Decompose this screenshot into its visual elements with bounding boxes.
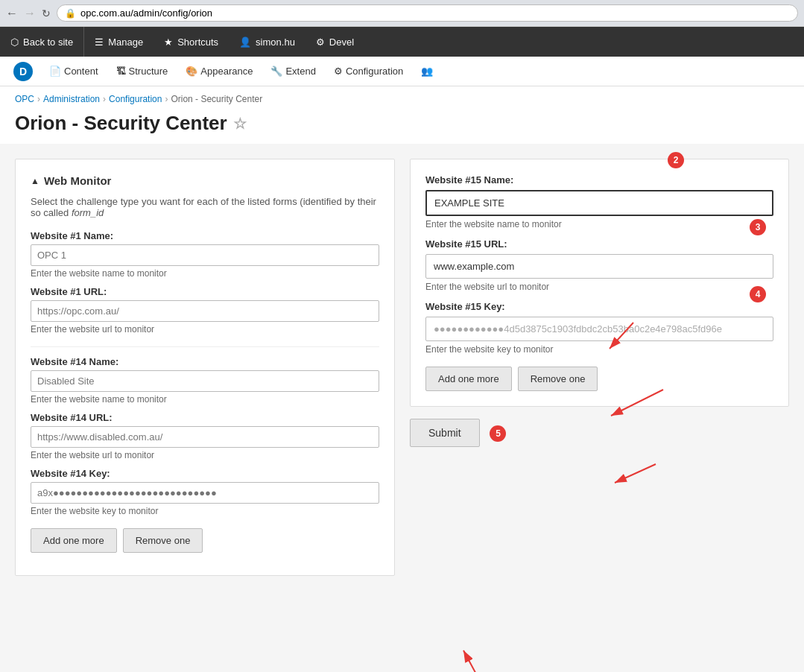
website1-name-input[interactable] xyxy=(31,244,379,266)
website14-name-label: Website #14 Name: xyxy=(31,356,379,367)
collapse-icon: ▲ xyxy=(31,176,39,186)
left-button-row: Add one more Remove one xyxy=(31,528,379,553)
shortcuts-link[interactable]: ★ Shortcuts xyxy=(153,27,229,57)
annotation-3: 3 xyxy=(750,219,766,235)
website1-name-label: Website #1 Name: xyxy=(31,230,379,241)
website1-name-group: Website #1 Name: Enter the website name … xyxy=(31,230,379,279)
breadcrumb-opc[interactable]: OPC xyxy=(15,94,34,104)
website15-card: 2 Website #15 Name: Enter the website na… xyxy=(410,159,789,407)
back-to-site-link[interactable]: ⬡ Back to site xyxy=(0,27,84,57)
nav-item-content[interactable]: 📄 Content xyxy=(40,57,107,86)
website15-name-label: Website #15 Name: xyxy=(425,174,773,186)
section-header[interactable]: ▲ Web Monitor xyxy=(31,174,379,187)
remove-one-button-right[interactable]: Remove one xyxy=(518,367,598,391)
submit-button[interactable]: Submit xyxy=(410,419,480,447)
website15-name-group: Website #15 Name: Enter the website name… xyxy=(425,174,773,229)
nav-item-structure[interactable]: 🏗 Structure xyxy=(107,57,177,86)
content-icon: 📄 xyxy=(49,66,61,77)
refresh-button[interactable]: ↻ xyxy=(42,7,51,19)
breadcrumb-sep3: › xyxy=(165,94,168,104)
website14-url-hint: Enter the website url to monitor xyxy=(31,450,379,460)
right-button-row: Add one more Remove one xyxy=(425,367,773,391)
favorite-star-icon[interactable]: ☆ xyxy=(233,115,247,133)
manage-link[interactable]: ☰ Manage xyxy=(84,27,153,57)
website15-key-label: Website #15 Key: xyxy=(425,301,773,312)
user-icon: 👤 xyxy=(239,37,251,48)
breadcrumb-config[interactable]: Configuration xyxy=(109,94,162,104)
forward-button[interactable]: → xyxy=(24,7,36,20)
website1-url-group: Website #1 URL: Enter the website url to… xyxy=(31,286,379,335)
configuration-icon: ⚙ xyxy=(334,66,343,77)
drupal-logo: D xyxy=(6,57,40,86)
back-to-site-label: Back to site xyxy=(23,37,73,48)
back-button[interactable]: ← xyxy=(6,7,18,20)
back-icon: ⬡ xyxy=(10,37,19,48)
shortcuts-icon: ★ xyxy=(164,37,173,48)
drupal-nav: D 📄 Content 🏗 Structure 🎨 Appearance 🔧 E… xyxy=(0,57,804,86)
svg-line-7 xyxy=(463,650,496,672)
website15-url-hint: Enter the website url to monitor xyxy=(425,282,773,292)
devel-icon: ⚙ xyxy=(316,37,325,48)
website15-name-hint: Enter the website name to monitor xyxy=(425,219,773,229)
website15-url-input[interactable] xyxy=(425,254,773,279)
website14-url-input[interactable] xyxy=(31,426,379,448)
website14-name-group: Website #14 Name: Enter the website name… xyxy=(31,356,379,405)
appearance-icon: 🎨 xyxy=(186,66,197,77)
website14-name-input[interactable] xyxy=(31,370,379,392)
page-title: Orion - Security Center ☆ xyxy=(15,107,789,144)
browser-chrome: ← → ↻ 🔒 opc.com.au/admin/config/orion xyxy=(0,0,804,27)
website15-key-input[interactable] xyxy=(425,317,773,341)
website14-key-group: Website #14 Key: Enter the website key t… xyxy=(31,468,379,516)
nav-item-configuration[interactable]: ⚙ Configuration xyxy=(325,57,412,86)
website1-url-label: Website #1 URL: xyxy=(31,286,379,297)
structure-icon: 🏗 xyxy=(116,66,126,77)
website1-url-input[interactable] xyxy=(31,300,379,322)
admin-toolbar: ⬡ Back to site ☰ Manage ★ Shortcuts 👤 si… xyxy=(0,27,804,57)
left-panel: ▲ Web Monitor Select the challenge type … xyxy=(15,159,395,576)
devel-label: Devel xyxy=(329,37,354,48)
section-title: Web Monitor xyxy=(44,174,112,187)
nav-item-appearance[interactable]: 🎨 Appearance xyxy=(177,57,262,86)
nav-item-people[interactable]: 👥 xyxy=(412,57,442,86)
website14-name-hint: Enter the website name to monitor xyxy=(31,394,379,405)
breadcrumb-current: Orion - Security Center xyxy=(171,94,262,104)
nav-item-extend[interactable]: 🔧 Extend xyxy=(262,57,324,86)
website14-key-hint: Enter the website key to monitor xyxy=(31,506,379,516)
user-link[interactable]: 👤 simon.hu xyxy=(229,27,306,57)
right-panel: 2 Website #15 Name: Enter the website na… xyxy=(395,159,789,576)
website14-key-label: Website #14 Key: xyxy=(31,468,379,479)
annotation-5: 5 xyxy=(490,425,506,442)
breadcrumb-admin[interactable]: Administration xyxy=(43,94,100,104)
annotation-2: 2 xyxy=(668,152,684,168)
remove-one-button-left[interactable]: Remove one xyxy=(123,528,203,553)
configuration-label: Configuration xyxy=(346,66,403,77)
people-icon: 👥 xyxy=(421,66,433,77)
structure-label: Structure xyxy=(129,66,168,77)
breadcrumb-sep2: › xyxy=(103,94,106,104)
website14-url-label: Website #14 URL: xyxy=(31,412,379,423)
add-one-more-button-right[interactable]: Add one more xyxy=(425,367,512,391)
user-label: simon.hu xyxy=(256,37,295,48)
website15-name-input[interactable] xyxy=(425,190,773,216)
lock-icon: 🔒 xyxy=(65,8,76,19)
website14-key-input[interactable] xyxy=(31,482,379,504)
website15-url-group: Website #15 URL: Enter the website url t… xyxy=(425,238,773,292)
extend-label: Extend xyxy=(285,66,315,77)
page-title-text: Orion - Security Center xyxy=(15,112,227,135)
manage-icon: ☰ xyxy=(95,37,104,48)
website15-url-label: Website #15 URL: xyxy=(425,238,773,250)
content-label: Content xyxy=(64,66,98,77)
website14-url-group: Website #14 URL: Enter the website url t… xyxy=(31,412,379,460)
breadcrumb-area: OPC › Administration › Configuration › O… xyxy=(0,86,804,144)
manage-label: Manage xyxy=(108,37,143,48)
address-bar[interactable]: 🔒 opc.com.au/admin/config/orion xyxy=(57,4,798,22)
website15-key-group: Website #15 Key: Enter the website key t… xyxy=(425,301,773,355)
annotation-4: 4 xyxy=(750,286,766,302)
add-one-more-button-left[interactable]: Add one more xyxy=(31,528,117,553)
website15-key-hint: Enter the website key to monitor xyxy=(425,344,773,355)
breadcrumb: OPC › Administration › Configuration › O… xyxy=(15,94,789,104)
address-text: opc.com.au/admin/config/orion xyxy=(80,7,212,19)
extend-icon: 🔧 xyxy=(270,66,282,77)
submit-area: Submit xyxy=(410,419,480,447)
devel-link[interactable]: ⚙ Devel xyxy=(306,27,364,57)
